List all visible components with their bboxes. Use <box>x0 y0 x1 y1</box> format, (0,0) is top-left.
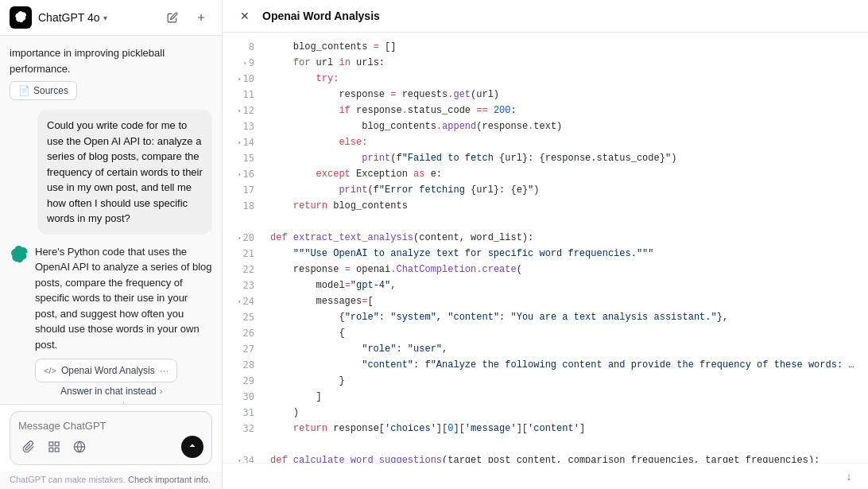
ln-9: ▾9 <box>223 55 261 71</box>
artifact-button[interactable]: </> Openai Word Analysis ··· <box>35 359 177 382</box>
title-chevron: ▾ <box>103 14 107 22</box>
ln-20: ▾20 <box>223 230 261 246</box>
code-line-33 <box>261 437 868 452</box>
ln-26: 26 <box>223 325 261 341</box>
code-line-26: { <box>261 325 868 341</box>
line-numbers: 8 ▾9 ▾10 11 ▾12 13 ▾14 15 ▾16 17 18 ▾20 … <box>223 33 261 463</box>
chatgpt-icon <box>10 6 32 29</box>
code-line-11: response = requests.get(url) <box>261 87 868 103</box>
globe-button[interactable] <box>69 437 90 457</box>
ln-29: 29 <box>223 373 261 389</box>
assistant-message-2: Here's Python code that uses the OpenAI … <box>35 244 212 353</box>
ln-33 <box>223 437 261 452</box>
sources-icon: 📄 <box>18 85 30 96</box>
artifact-dots: ··· <box>160 364 169 377</box>
code-line-34: def calculate_word_suggestions(target_po… <box>261 452 868 463</box>
code-line-31: ) <box>261 405 868 421</box>
close-button[interactable]: ✕ <box>235 6 254 25</box>
code-line-15: print(f"Failed to fetch {url}: {response… <box>261 150 868 166</box>
new-chat-button[interactable] <box>190 6 212 29</box>
ln-8: 8 <box>223 39 261 55</box>
chat-panel: ChatGPT 4o ▾ importance in improving pic… <box>0 0 223 489</box>
ln-22: 22 <box>223 262 261 277</box>
scroll-bottom-button[interactable]: ↓ <box>839 467 858 486</box>
code-line-28: "content": f"Analyze the following conte… <box>261 357 868 373</box>
code-line-12: if response.status_code == 200: <box>261 103 868 118</box>
ln-15: 15 <box>223 150 261 166</box>
code-line-13: blog_contents.append(response.text) <box>261 118 868 134</box>
attach-button[interactable] <box>18 437 39 457</box>
code-container[interactable]: 8 ▾9 ▾10 11 ▾12 13 ▾14 15 ▾16 17 18 ▾20 … <box>223 33 868 463</box>
code-line-18: return blog_contents <box>261 198 868 214</box>
code-line-9: for url in urls: <box>261 55 868 71</box>
code-line-14: else: <box>261 134 868 150</box>
code-line-22: response = openai.ChatCompletion.create( <box>261 262 868 277</box>
ln-19 <box>223 214 261 230</box>
chat-header: ChatGPT 4o ▾ <box>0 0 222 36</box>
code-panel-title: Openai Word Analysis <box>262 10 380 22</box>
code-icon: </> <box>44 366 56 375</box>
code-line-21: """Use OpenAI to analyze text for specif… <box>261 246 868 262</box>
code-line-16: except Exception as e: <box>261 166 868 182</box>
svg-rect-2 <box>55 448 59 452</box>
ln-28: 28 <box>223 357 261 373</box>
code-line-20: def extract_text_analysis(content, word_… <box>261 230 868 246</box>
sources-button[interactable]: 📄 Sources <box>10 81 77 100</box>
ln-30: 30 <box>223 389 261 405</box>
ln-34: ▾34 <box>223 452 261 463</box>
chat-input[interactable] <box>18 420 203 432</box>
ln-21: 21 <box>223 246 261 262</box>
user-message: Could you write code for me to use the O… <box>37 110 212 235</box>
app-title[interactable]: ChatGPT 4o ▾ <box>38 11 107 24</box>
chat-input-actions <box>18 436 203 458</box>
tools-button[interactable] <box>44 437 64 457</box>
code-panel: ✕ Openai Word Analysis 8 ▾9 ▾10 11 ▾12 1… <box>223 0 868 489</box>
ln-17: 17 <box>223 182 261 198</box>
footer-link[interactable]: Check important info. <box>128 475 211 484</box>
ln-32: 32 <box>223 421 261 437</box>
ln-16: ▾16 <box>223 166 261 182</box>
code-line-10: try: <box>261 71 868 87</box>
chat-input-area <box>0 404 222 472</box>
scroll-bottom-indicator: ↓ <box>223 463 868 489</box>
ln-12: ▾12 <box>223 103 261 118</box>
code-panel-header: ✕ Openai Word Analysis <box>223 0 868 33</box>
assistant-message-1: importance in improving pickleball perfo… <box>10 45 212 100</box>
ln-24: ▾24 <box>223 293 261 309</box>
code-line-29: } <box>261 373 868 389</box>
ln-11: 11 <box>223 87 261 103</box>
code-line-8: blog_contents = [] <box>261 39 868 55</box>
ln-18: 18 <box>223 198 261 214</box>
scroll-indicator: ↓ <box>35 397 212 404</box>
send-button[interactable] <box>181 436 203 458</box>
ln-25: 25 <box>223 309 261 325</box>
code-line-27: "role": "user", <box>261 341 868 357</box>
code-line-19 <box>261 214 868 230</box>
header-actions <box>161 6 212 29</box>
ln-10: ▾10 <box>223 71 261 87</box>
code-line-32: return response['choices'][0]['message']… <box>261 421 868 437</box>
code-line-30: ] <box>261 389 868 405</box>
ln-31: 31 <box>223 405 261 421</box>
svg-rect-3 <box>49 448 53 452</box>
svg-rect-0 <box>49 442 53 446</box>
assistant-avatar <box>10 246 29 265</box>
ln-27: 27 <box>223 341 261 357</box>
answer-in-chat[interactable]: Answer in chat instead › <box>35 386 212 397</box>
ln-13: 13 <box>223 118 261 134</box>
chat-footer: ChatGPT can make mistakes. Check importa… <box>0 472 222 489</box>
ln-14: ▾14 <box>223 134 261 150</box>
answer-arrow: › <box>160 386 163 396</box>
chat-messages: importance in improving pickleball perfo… <box>0 36 222 404</box>
edit-button[interactable] <box>161 6 184 29</box>
code-line-25: {"role": "system", "content": "You are a… <box>261 309 868 325</box>
ln-23: 23 <box>223 277 261 293</box>
code-content: blog_contents = [] for url in urls: try:… <box>261 33 868 463</box>
chat-input-wrapper <box>10 411 212 465</box>
code-line-23: model="gpt-4", <box>261 277 868 293</box>
code-line-17: print(f"Error fetching {url}: {e}") <box>261 182 868 198</box>
code-line-24: messages=[ <box>261 293 868 309</box>
svg-rect-1 <box>55 442 59 446</box>
assistant-response: Here's Python code that uses the OpenAI … <box>10 244 212 405</box>
